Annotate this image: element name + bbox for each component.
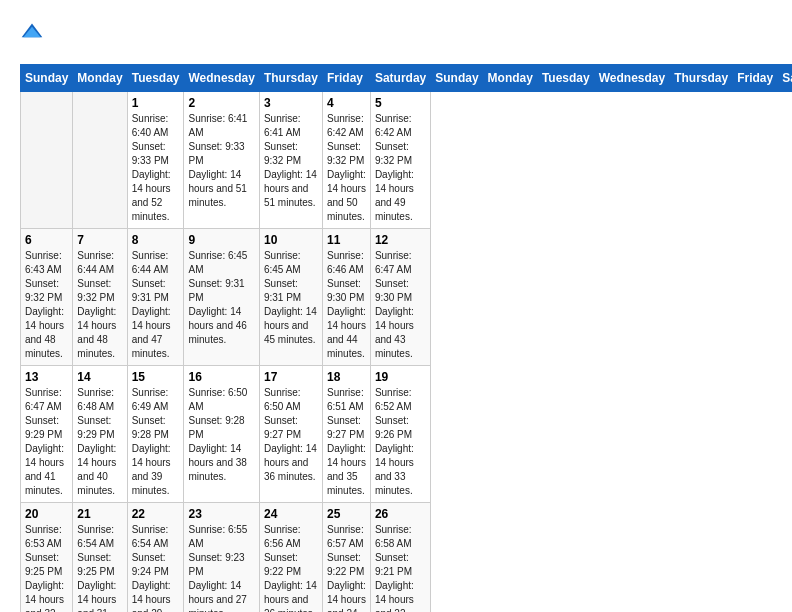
col-header-friday: Friday — [733, 65, 778, 92]
calendar-cell: 17 Sunrise: 6:50 AMSunset: 9:27 PMDaylig… — [259, 366, 322, 503]
logo-icon — [20, 20, 44, 44]
calendar-cell: 13 Sunrise: 6:47 AMSunset: 9:29 PMDaylig… — [21, 366, 73, 503]
day-number: 26 — [375, 507, 426, 521]
col-header-thursday: Thursday — [259, 65, 322, 92]
calendar-header-row: SundayMondayTuesdayWednesdayThursdayFrid… — [21, 65, 793, 92]
calendar-week-row: 6 Sunrise: 6:43 AMSunset: 9:32 PMDayligh… — [21, 229, 793, 366]
col-header-wednesday: Wednesday — [184, 65, 259, 92]
col-header-wednesday: Wednesday — [594, 65, 669, 92]
calendar-cell — [73, 92, 127, 229]
calendar-cell: 20 Sunrise: 6:53 AMSunset: 9:25 PMDaylig… — [21, 503, 73, 613]
calendar-cell: 15 Sunrise: 6:49 AMSunset: 9:28 PMDaylig… — [127, 366, 184, 503]
day-info: Sunrise: 6:51 AMSunset: 9:27 PMDaylight:… — [327, 387, 366, 496]
day-info: Sunrise: 6:45 AMSunset: 9:31 PMDaylight:… — [264, 250, 317, 345]
day-info: Sunrise: 6:41 AMSunset: 9:33 PMDaylight:… — [188, 113, 247, 208]
day-info: Sunrise: 6:43 AMSunset: 9:32 PMDaylight:… — [25, 250, 64, 359]
day-info: Sunrise: 6:48 AMSunset: 9:29 PMDaylight:… — [77, 387, 116, 496]
page-header — [20, 20, 772, 48]
logo — [20, 20, 48, 48]
calendar-week-row: 13 Sunrise: 6:47 AMSunset: 9:29 PMDaylig… — [21, 366, 793, 503]
calendar-cell: 22 Sunrise: 6:54 AMSunset: 9:24 PMDaylig… — [127, 503, 184, 613]
day-number: 22 — [132, 507, 180, 521]
day-number: 20 — [25, 507, 68, 521]
day-number: 18 — [327, 370, 366, 384]
col-header-thursday: Thursday — [670, 65, 733, 92]
calendar-cell: 1 Sunrise: 6:40 AMSunset: 9:33 PMDayligh… — [127, 92, 184, 229]
day-number: 12 — [375, 233, 426, 247]
day-number: 16 — [188, 370, 254, 384]
day-info: Sunrise: 6:47 AMSunset: 9:30 PMDaylight:… — [375, 250, 414, 359]
day-info: Sunrise: 6:53 AMSunset: 9:25 PMDaylight:… — [25, 524, 64, 612]
calendar-cell: 8 Sunrise: 6:44 AMSunset: 9:31 PMDayligh… — [127, 229, 184, 366]
day-number: 23 — [188, 507, 254, 521]
day-number: 15 — [132, 370, 180, 384]
col-header-monday: Monday — [483, 65, 537, 92]
calendar-week-row: 20 Sunrise: 6:53 AMSunset: 9:25 PMDaylig… — [21, 503, 793, 613]
calendar-cell: 9 Sunrise: 6:45 AMSunset: 9:31 PMDayligh… — [184, 229, 259, 366]
calendar-cell: 6 Sunrise: 6:43 AMSunset: 9:32 PMDayligh… — [21, 229, 73, 366]
calendar-cell: 11 Sunrise: 6:46 AMSunset: 9:30 PMDaylig… — [322, 229, 370, 366]
calendar-cell: 18 Sunrise: 6:51 AMSunset: 9:27 PMDaylig… — [322, 366, 370, 503]
calendar-cell: 5 Sunrise: 6:42 AMSunset: 9:32 PMDayligh… — [370, 92, 430, 229]
col-header-saturday: Saturday — [778, 65, 792, 92]
day-number: 8 — [132, 233, 180, 247]
day-info: Sunrise: 6:55 AMSunset: 9:23 PMDaylight:… — [188, 524, 247, 612]
day-info: Sunrise: 6:45 AMSunset: 9:31 PMDaylight:… — [188, 250, 247, 345]
day-number: 7 — [77, 233, 122, 247]
day-number: 25 — [327, 507, 366, 521]
day-number: 19 — [375, 370, 426, 384]
col-header-saturday: Saturday — [370, 65, 430, 92]
day-info: Sunrise: 6:47 AMSunset: 9:29 PMDaylight:… — [25, 387, 64, 496]
calendar-cell: 3 Sunrise: 6:41 AMSunset: 9:32 PMDayligh… — [259, 92, 322, 229]
day-number: 6 — [25, 233, 68, 247]
day-info: Sunrise: 6:42 AMSunset: 9:32 PMDaylight:… — [327, 113, 366, 222]
day-info: Sunrise: 6:56 AMSunset: 9:22 PMDaylight:… — [264, 524, 317, 612]
col-header-sunday: Sunday — [21, 65, 73, 92]
day-info: Sunrise: 6:57 AMSunset: 9:22 PMDaylight:… — [327, 524, 366, 612]
col-header-sunday: Sunday — [431, 65, 483, 92]
col-header-friday: Friday — [322, 65, 370, 92]
calendar-table: SundayMondayTuesdayWednesdayThursdayFrid… — [20, 64, 792, 612]
day-info: Sunrise: 6:54 AMSunset: 9:24 PMDaylight:… — [132, 524, 171, 612]
day-info: Sunrise: 6:58 AMSunset: 9:21 PMDaylight:… — [375, 524, 414, 612]
day-info: Sunrise: 6:50 AMSunset: 9:27 PMDaylight:… — [264, 387, 317, 482]
day-number: 11 — [327, 233, 366, 247]
calendar-cell: 24 Sunrise: 6:56 AMSunset: 9:22 PMDaylig… — [259, 503, 322, 613]
day-info: Sunrise: 6:54 AMSunset: 9:25 PMDaylight:… — [77, 524, 116, 612]
calendar-cell — [21, 92, 73, 229]
col-header-tuesday: Tuesday — [537, 65, 594, 92]
day-number: 5 — [375, 96, 426, 110]
col-header-tuesday: Tuesday — [127, 65, 184, 92]
day-number: 4 — [327, 96, 366, 110]
day-info: Sunrise: 6:52 AMSunset: 9:26 PMDaylight:… — [375, 387, 414, 496]
day-number: 3 — [264, 96, 318, 110]
day-number: 10 — [264, 233, 318, 247]
day-number: 9 — [188, 233, 254, 247]
day-number: 21 — [77, 507, 122, 521]
day-info: Sunrise: 6:49 AMSunset: 9:28 PMDaylight:… — [132, 387, 171, 496]
day-number: 1 — [132, 96, 180, 110]
day-number: 17 — [264, 370, 318, 384]
calendar-cell: 25 Sunrise: 6:57 AMSunset: 9:22 PMDaylig… — [322, 503, 370, 613]
calendar-cell: 16 Sunrise: 6:50 AMSunset: 9:28 PMDaylig… — [184, 366, 259, 503]
day-info: Sunrise: 6:46 AMSunset: 9:30 PMDaylight:… — [327, 250, 366, 359]
calendar-cell: 7 Sunrise: 6:44 AMSunset: 9:32 PMDayligh… — [73, 229, 127, 366]
calendar-week-row: 1 Sunrise: 6:40 AMSunset: 9:33 PMDayligh… — [21, 92, 793, 229]
calendar-cell: 10 Sunrise: 6:45 AMSunset: 9:31 PMDaylig… — [259, 229, 322, 366]
col-header-monday: Monday — [73, 65, 127, 92]
day-number: 2 — [188, 96, 254, 110]
day-info: Sunrise: 6:40 AMSunset: 9:33 PMDaylight:… — [132, 113, 171, 222]
day-info: Sunrise: 6:42 AMSunset: 9:32 PMDaylight:… — [375, 113, 414, 222]
day-number: 13 — [25, 370, 68, 384]
calendar-cell: 26 Sunrise: 6:58 AMSunset: 9:21 PMDaylig… — [370, 503, 430, 613]
calendar-cell: 21 Sunrise: 6:54 AMSunset: 9:25 PMDaylig… — [73, 503, 127, 613]
calendar-cell: 4 Sunrise: 6:42 AMSunset: 9:32 PMDayligh… — [322, 92, 370, 229]
day-info: Sunrise: 6:50 AMSunset: 9:28 PMDaylight:… — [188, 387, 247, 482]
calendar-cell: 19 Sunrise: 6:52 AMSunset: 9:26 PMDaylig… — [370, 366, 430, 503]
calendar-cell: 14 Sunrise: 6:48 AMSunset: 9:29 PMDaylig… — [73, 366, 127, 503]
day-number: 14 — [77, 370, 122, 384]
calendar-cell: 2 Sunrise: 6:41 AMSunset: 9:33 PMDayligh… — [184, 92, 259, 229]
day-info: Sunrise: 6:44 AMSunset: 9:32 PMDaylight:… — [77, 250, 116, 359]
calendar-cell: 12 Sunrise: 6:47 AMSunset: 9:30 PMDaylig… — [370, 229, 430, 366]
calendar-cell: 23 Sunrise: 6:55 AMSunset: 9:23 PMDaylig… — [184, 503, 259, 613]
